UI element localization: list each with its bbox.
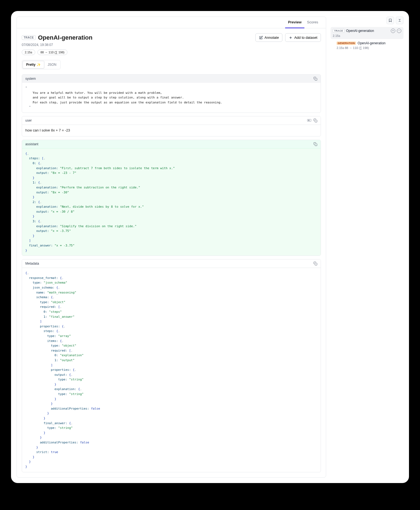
tab-preview[interactable]: Preview	[285, 17, 304, 28]
metadata-label: Metadata	[25, 262, 39, 265]
annotate-label: Annotate	[264, 35, 279, 40]
main-panel: Preview Scores TRACE OpenAI-generation A…	[17, 17, 326, 478]
plus-circle-icon[interactable]: +	[391, 29, 395, 33]
system-head: system	[22, 75, 321, 83]
latency-pill: 2.15s	[22, 50, 35, 55]
final-answer: x = -3.75	[56, 244, 73, 247]
page-title: OpenAI-generation	[38, 34, 92, 41]
out-type: string	[71, 378, 82, 381]
collapse-button[interactable]	[396, 17, 403, 24]
add-to-dataset-button[interactable]: Add to dataset	[285, 33, 321, 42]
svg-rect-0	[315, 78, 317, 80]
step3-out: x = -3.75	[53, 229, 69, 233]
assistant-body: {⌄ steps: [⌄ 0: {⌄ explanation: "First, …	[22, 149, 321, 256]
req0: steps	[51, 310, 60, 314]
svg-rect-2	[315, 144, 317, 146]
actions: Annotate Add to dataset	[255, 33, 321, 42]
svg-rect-1	[315, 120, 317, 122]
side-gen-badge: GENERATION	[337, 42, 356, 45]
timestamp: 07/08/2024, 19:38:07	[22, 43, 321, 47]
view-pretty[interactable]: Pretty ✨	[23, 61, 44, 68]
title-row: TRACE OpenAI-generation Annotate Add to …	[22, 33, 321, 42]
assistant-card: assistant {⌄ steps: [⌄ 0: {⌄ explanation…	[22, 140, 321, 256]
pills: 2.15s 88 → 110 (∑ 198)	[22, 50, 321, 55]
side-trace-badge: TRACE	[333, 29, 345, 33]
header: TRACE OpenAI-generation Annotate Add to …	[17, 28, 326, 55]
add-to-dataset-label: Add to dataset	[294, 35, 317, 40]
addl1: false	[91, 407, 100, 410]
sparkle-icon: ✨	[37, 63, 41, 67]
collapse-icon	[398, 18, 402, 22]
items-type: object	[64, 344, 75, 347]
addl2: false	[80, 441, 89, 444]
user-card: user M↓ how can I solve 8x + 7 = -23	[22, 116, 321, 136]
metadata-card: Metadata {⌄ response_format: {⌄ type: "j…	[22, 259, 321, 472]
user-body: how can I solve 8x + 7 = -23	[22, 125, 321, 136]
metadata-body: {⌄ response_format: {⌄ type: "json_schem…	[22, 268, 321, 472]
side-trace-item[interactable]: TRACE OpenAI-generation + − 2.15s	[331, 27, 403, 39]
strict: true	[51, 450, 58, 454]
side-gen-name: OpenAI-generation	[358, 41, 385, 45]
metadata-head: Metadata	[22, 259, 321, 268]
app-frame: Preview Scores TRACE OpenAI-generation A…	[11, 11, 409, 483]
tabs: Preview Scores	[17, 17, 326, 28]
annotate-button[interactable]: Annotate	[255, 33, 282, 42]
view-toggle: Pretty ✨ JSON	[22, 60, 61, 69]
step2-out: x = -30 / 8	[53, 210, 73, 213]
minus-circle-icon[interactable]: −	[397, 29, 401, 33]
assistant-head: assistant	[22, 140, 321, 149]
system-line2: and your goal will be to output a step b…	[33, 96, 184, 99]
copy-icon[interactable]	[313, 262, 317, 265]
user-head: user M↓	[22, 116, 321, 125]
plus-icon	[289, 36, 293, 40]
step2-exp: Next, divide both sides by 8 to solve fo…	[62, 205, 142, 209]
step1-exp: Perform the subtraction on the right sid…	[62, 186, 138, 189]
step1-out: 8x = -30	[53, 191, 67, 194]
rf-type: json_schema	[45, 281, 66, 284]
assistant-label: assistant	[25, 142, 38, 146]
side-trace-meta: 2.15s	[333, 34, 401, 37]
system-line3: For each step, just provide the output a…	[33, 101, 222, 104]
schema-type: object	[53, 300, 64, 304]
ireq0: explanation	[62, 353, 82, 357]
side-trace-name: OpenAI-generation	[346, 29, 374, 33]
view-pretty-label: Pretty	[26, 63, 36, 67]
view-json[interactable]: JSON	[44, 61, 60, 68]
fa-type: string	[60, 426, 71, 430]
system-label: system	[25, 77, 36, 81]
copy-icon[interactable]	[313, 119, 317, 122]
side-gen-item[interactable]: GENERATION OpenAI-generation 2.15s 88 → …	[334, 40, 403, 51]
user-label: user	[25, 119, 32, 122]
bookmark-button[interactable]	[386, 17, 394, 24]
cards: system " You are a helpful math tutor. Y…	[17, 74, 326, 477]
side-gen-meta: 2.15s 88 → 110 (∑ 198)	[337, 46, 401, 50]
ireq1: output	[62, 358, 73, 362]
side-panel: TRACE OpenAI-generation + − 2.15s GENERA…	[331, 17, 403, 478]
system-body: " You are a helpful math tutor. You will…	[22, 83, 321, 113]
tab-scores[interactable]: Scores	[304, 17, 321, 28]
step3-exp: Simplify the division on the right side.	[62, 224, 135, 228]
req1: final_answer	[51, 315, 73, 319]
svg-rect-3	[315, 263, 317, 265]
tokens-pill: 88 → 110 (∑ 198)	[37, 50, 67, 55]
side-top	[331, 17, 403, 24]
steps-type: array	[60, 334, 69, 338]
copy-icon[interactable]	[313, 142, 317, 146]
markdown-icon[interactable]: M↓	[307, 119, 311, 122]
system-card: system " You are a helpful math tutor. Y…	[22, 74, 321, 113]
title-left: TRACE OpenAI-generation	[22, 34, 92, 41]
schema-name: math_reasoning	[49, 291, 75, 294]
system-line1: You are a helpful math tutor. You will b…	[33, 91, 162, 95]
copy-icon[interactable]	[313, 77, 317, 81]
step0-exp: First, subtract 7 from both sides to iso…	[62, 166, 173, 170]
trace-badge: TRACE	[22, 35, 36, 40]
edit-icon	[259, 36, 263, 40]
step0-out: 8x = -23 - 7	[53, 171, 74, 175]
bookmark-icon	[388, 18, 392, 22]
exp-type: string	[71, 392, 82, 396]
